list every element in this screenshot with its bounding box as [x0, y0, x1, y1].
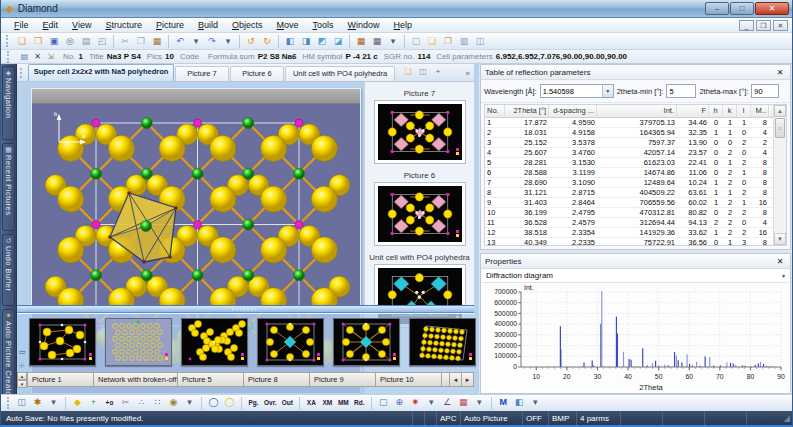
atom-s[interactable]: [261, 135, 287, 161]
tabbar-grip[interactable]: [20, 68, 26, 78]
large-ring-icon[interactable]: ◯: [206, 396, 221, 410]
picture-edit-icon[interactable]: ◫: [14, 396, 29, 410]
picture-wizard-icon[interactable]: ✱: [30, 396, 45, 410]
navigate-back-icon[interactable]: ↺: [243, 34, 259, 49]
filmstrip-thumbnail-5[interactable]: [333, 318, 400, 366]
overflow-menu-icon[interactable]: ▾: [528, 396, 543, 410]
color-table-icon[interactable]: ▦: [456, 396, 471, 410]
filmstrip-thumbnail-1[interactable]: [29, 318, 96, 366]
mdi-restore-button[interactable]: ❐: [756, 20, 771, 31]
render-red-icon[interactable]: ✷: [408, 396, 423, 410]
compare-pictures-icon[interactable]: ◫: [416, 66, 430, 79]
atom-na[interactable]: [192, 270, 203, 281]
reflection-row[interactable]: 1238.5182.3354141929.3633.6212216: [485, 228, 786, 238]
atom-na[interactable]: [243, 168, 254, 179]
menu-picture[interactable]: Picture: [149, 19, 191, 31]
redo-icon[interactable]: ↷: [204, 34, 220, 49]
atom-s[interactable]: [311, 135, 337, 161]
toolbar-overflow-chevron[interactable]: »: [466, 69, 474, 78]
copy-picture-icon[interactable]: ❐: [440, 34, 456, 49]
scroll-up-icon[interactable]: ▲: [774, 105, 786, 117]
menu-build[interactable]: Build: [191, 19, 225, 31]
atom-na[interactable]: [243, 270, 254, 281]
atom-na[interactable]: [294, 270, 305, 281]
render-mode-icon[interactable]: ◉: [166, 396, 181, 410]
paste-icon[interactable]: ▦: [149, 34, 165, 49]
atom-s[interactable]: [159, 135, 185, 161]
atom-na[interactable]: [192, 168, 203, 179]
picture-tab-1[interactable]: Super cell 2x2x2 with Na5 polyhedron: [28, 64, 174, 81]
atom-na[interactable]: [91, 168, 102, 179]
undo-menu-icon[interactable]: ▾: [188, 34, 204, 49]
mm-mode-icon[interactable]: MM: [336, 396, 351, 410]
sidebar-tab-auto-picture-creator[interactable]: ✶Auto Picture Creator: [2, 309, 15, 405]
new-picture-icon[interactable]: ❏: [424, 34, 440, 49]
picture-tab-3[interactable]: Picture 6: [230, 66, 284, 81]
scrollbar-thumb[interactable]: ≡: [775, 118, 785, 138]
filmstrip-label-2[interactable]: Network with broken-off bonds: [94, 372, 178, 387]
atom-na[interactable]: [91, 270, 102, 281]
print-icon[interactable]: ▤: [78, 34, 94, 49]
column-header-2[interactable]: d-spacing ...: [549, 105, 597, 117]
xm-mode-icon[interactable]: XM: [320, 396, 335, 410]
filmstrip-thumbnail-2[interactable]: [105, 318, 172, 366]
out-mode-icon[interactable]: Out: [280, 396, 295, 410]
reflection-row[interactable]: 425.6073.476042057.1423.570204: [485, 148, 786, 158]
atom-p[interactable]: [295, 221, 303, 229]
measure-m-icon[interactable]: M: [496, 396, 511, 410]
new-document-icon[interactable]: ❏: [14, 34, 30, 49]
atom-s[interactable]: [210, 135, 236, 161]
atom-na[interactable]: [141, 221, 152, 232]
rd-mode-icon[interactable]: Rd.: [352, 396, 367, 410]
picture-gallery-icon[interactable]: ▥: [456, 34, 472, 49]
atom-s[interactable]: [311, 237, 337, 263]
view-data-icon[interactable]: ◩: [314, 34, 330, 49]
picture-final-icon[interactable]: ◧: [512, 396, 527, 410]
search-icon[interactable]: ◎: [62, 34, 78, 49]
picture-tab-4[interactable]: Unit cell with PO4 polyhedra: [285, 66, 395, 81]
atom-na[interactable]: [294, 168, 305, 179]
menu-objects[interactable]: Objects: [225, 19, 270, 31]
column-header-6[interactable]: k: [723, 105, 737, 117]
atom-na[interactable]: [243, 118, 254, 129]
atom-na[interactable]: [141, 118, 152, 129]
menu-file[interactable]: File: [7, 19, 36, 31]
xa-mode-icon[interactable]: XA: [304, 396, 319, 410]
atom-p[interactable]: [92, 119, 100, 127]
wavelength-input[interactable]: [541, 85, 602, 97]
atom-s[interactable]: [58, 135, 84, 161]
filmstrip-next-icon[interactable]: ▸: [462, 372, 474, 387]
diffraction-diagram[interactable]: 1020304050607080900100000200000300000400…: [481, 283, 790, 393]
filmstrip-page-icon[interactable]: ▭: [19, 348, 26, 356]
origin-tool-icon[interactable]: ⊕: [392, 396, 407, 410]
atom-s[interactable]: [210, 237, 236, 263]
render-menu2-icon[interactable]: ▾: [424, 396, 439, 410]
menu-view[interactable]: View: [65, 19, 98, 31]
scroll-down-icon[interactable]: ▼: [774, 233, 786, 245]
wavelength-dropdown-icon[interactable]: ▾: [602, 85, 613, 97]
filmstrip-label-4[interactable]: Picture 8: [244, 372, 310, 387]
unit-cell-icon[interactable]: ▢: [376, 396, 391, 410]
theta-max-input[interactable]: [751, 84, 779, 98]
view-picture-icon[interactable]: ◨: [298, 34, 314, 49]
panel-layout-icon[interactable]: ◫: [472, 34, 488, 49]
atom-s[interactable]: [261, 237, 287, 263]
add-atom-icon[interactable]: +o: [102, 396, 117, 410]
gallery-thumbnail[interactable]: [374, 100, 466, 164]
color-menu-icon[interactable]: ▾: [472, 396, 487, 410]
databar-grip[interactable]: [7, 51, 11, 63]
mdi-close-button[interactable]: ✕: [773, 20, 788, 31]
atom-s[interactable]: [261, 186, 287, 212]
atom-s[interactable]: [311, 186, 337, 212]
reflection-row[interactable]: 1036.1992.4795470312.8180.820228: [485, 208, 786, 218]
theta-min-input[interactable]: [666, 84, 696, 98]
atom-p[interactable]: [92, 221, 100, 229]
spinner-up-icon[interactable]: ▴: [17, 372, 27, 380]
properties-panel-close-icon[interactable]: ✕: [774, 257, 786, 266]
molecules-icon[interactable]: ∴: [134, 396, 149, 410]
minimize-button[interactable]: –: [705, 2, 729, 15]
atom-s[interactable]: [108, 135, 134, 161]
render-menu-icon[interactable]: ▾: [182, 396, 197, 410]
undo-icon[interactable]: ↶: [172, 34, 188, 49]
table-editor-icon[interactable]: ▦: [353, 34, 369, 49]
